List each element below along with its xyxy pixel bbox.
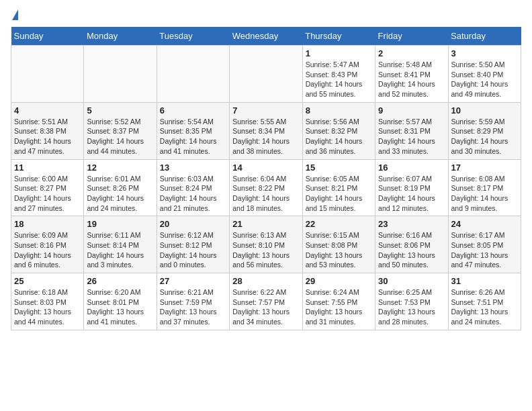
day-info: Sunrise: 6:16 AMSunset: 8:06 PMDaylight:… xyxy=(378,230,445,270)
day-number: 11 xyxy=(14,163,81,173)
day-info: Sunrise: 6:18 AMSunset: 8:03 PMDaylight:… xyxy=(14,287,81,327)
calendar-cell: 17Sunrise: 6:08 AMSunset: 8:17 PMDayligh… xyxy=(448,159,521,216)
day-info: Sunrise: 6:05 AMSunset: 8:21 PMDaylight:… xyxy=(306,174,372,214)
day-info: Sunrise: 5:55 AMSunset: 8:34 PMDaylight:… xyxy=(232,117,299,156)
column-header-tuesday: Tuesday xyxy=(157,27,229,46)
day-number: 19 xyxy=(87,219,153,229)
calendar-cell: 22Sunrise: 6:15 AMSunset: 8:08 PMDayligh… xyxy=(302,216,375,273)
column-header-thursday: Thursday xyxy=(302,27,375,46)
calendar-cell: 21Sunrise: 6:13 AMSunset: 8:10 PMDayligh… xyxy=(230,216,302,273)
day-info: Sunrise: 5:59 AMSunset: 8:29 PMDaylight:… xyxy=(451,117,518,156)
day-info: Sunrise: 5:54 AMSunset: 8:35 PMDaylight:… xyxy=(160,117,226,156)
calendar-cell: 30Sunrise: 6:25 AMSunset: 7:53 PMDayligh… xyxy=(375,273,448,330)
day-info: Sunrise: 5:52 AMSunset: 8:37 PMDaylight:… xyxy=(87,117,153,156)
calendar-cell: 31Sunrise: 6:26 AMSunset: 7:51 PMDayligh… xyxy=(448,273,521,330)
calendar-cell: 13Sunrise: 6:03 AMSunset: 8:24 PMDayligh… xyxy=(157,159,229,216)
calendar-cell: 5Sunrise: 5:52 AMSunset: 8:37 PMDaylight… xyxy=(84,102,157,159)
day-number: 27 xyxy=(160,276,226,286)
calendar-cell xyxy=(230,46,302,103)
calendar-cell xyxy=(11,46,84,103)
column-header-wednesday: Wednesday xyxy=(230,27,302,46)
day-info: Sunrise: 6:12 AMSunset: 8:12 PMDaylight:… xyxy=(160,230,226,270)
calendar-cell xyxy=(84,46,157,103)
day-number: 21 xyxy=(232,219,299,229)
day-info: Sunrise: 6:17 AMSunset: 8:05 PMDaylight:… xyxy=(451,230,518,270)
day-number: 17 xyxy=(451,163,518,173)
calendar-week-row: 25Sunrise: 6:18 AMSunset: 8:03 PMDayligh… xyxy=(11,273,521,330)
day-info: Sunrise: 5:56 AMSunset: 8:32 PMDaylight:… xyxy=(306,117,372,156)
day-info: Sunrise: 6:04 AMSunset: 8:22 PMDaylight:… xyxy=(232,174,299,214)
calendar-week-row: 1Sunrise: 5:47 AMSunset: 8:43 PMDaylight… xyxy=(11,46,521,103)
day-number: 16 xyxy=(378,163,445,173)
day-info: Sunrise: 6:22 AMSunset: 7:57 PMDaylight:… xyxy=(232,287,299,327)
calendar: SundayMondayTuesdayWednesdayThursdayFrid… xyxy=(11,27,521,330)
day-number: 8 xyxy=(306,105,372,116)
calendar-cell: 2Sunrise: 5:48 AMSunset: 8:41 PMDaylight… xyxy=(375,46,448,103)
calendar-cell: 14Sunrise: 6:04 AMSunset: 8:22 PMDayligh… xyxy=(230,159,302,216)
day-number: 26 xyxy=(87,276,153,286)
day-info: Sunrise: 6:03 AMSunset: 8:24 PMDaylight:… xyxy=(160,174,226,214)
day-number: 5 xyxy=(87,105,153,116)
day-info: Sunrise: 6:01 AMSunset: 8:26 PMDaylight:… xyxy=(87,174,153,214)
day-number: 3 xyxy=(451,48,518,58)
calendar-cell: 20Sunrise: 6:12 AMSunset: 8:12 PMDayligh… xyxy=(157,216,229,273)
calendar-cell: 18Sunrise: 6:09 AMSunset: 8:16 PMDayligh… xyxy=(11,216,84,273)
calendar-cell: 8Sunrise: 5:56 AMSunset: 8:32 PMDaylight… xyxy=(302,102,375,159)
calendar-cell: 27Sunrise: 6:21 AMSunset: 7:59 PMDayligh… xyxy=(157,273,229,330)
calendar-cell: 25Sunrise: 6:18 AMSunset: 8:03 PMDayligh… xyxy=(11,273,84,330)
day-number: 15 xyxy=(306,163,372,173)
calendar-cell: 7Sunrise: 5:55 AMSunset: 8:34 PMDaylight… xyxy=(230,102,302,159)
day-info: Sunrise: 5:47 AMSunset: 8:43 PMDaylight:… xyxy=(306,60,372,99)
day-number: 14 xyxy=(232,163,299,173)
column-header-friday: Friday xyxy=(375,27,448,46)
day-info: Sunrise: 6:09 AMSunset: 8:16 PMDaylight:… xyxy=(14,230,81,270)
calendar-cell xyxy=(157,46,229,103)
logo-triangle-icon xyxy=(12,9,18,20)
calendar-cell: 24Sunrise: 6:17 AMSunset: 8:05 PMDayligh… xyxy=(448,216,521,273)
calendar-cell: 23Sunrise: 6:16 AMSunset: 8:06 PMDayligh… xyxy=(375,216,448,273)
day-info: Sunrise: 6:08 AMSunset: 8:17 PMDaylight:… xyxy=(451,174,518,214)
day-number: 1 xyxy=(306,48,372,58)
day-number: 6 xyxy=(160,105,226,116)
calendar-cell: 28Sunrise: 6:22 AMSunset: 7:57 PMDayligh… xyxy=(230,273,302,330)
day-number: 2 xyxy=(378,48,445,58)
calendar-cell: 1Sunrise: 5:47 AMSunset: 8:43 PMDaylight… xyxy=(302,46,375,103)
calendar-cell: 6Sunrise: 5:54 AMSunset: 8:35 PMDaylight… xyxy=(157,102,229,159)
day-info: Sunrise: 5:57 AMSunset: 8:31 PMDaylight:… xyxy=(378,117,445,156)
calendar-cell: 12Sunrise: 6:01 AMSunset: 8:26 PMDayligh… xyxy=(84,159,157,216)
day-info: Sunrise: 6:20 AMSunset: 8:01 PMDaylight:… xyxy=(87,287,153,327)
day-number: 20 xyxy=(160,219,226,229)
column-header-saturday: Saturday xyxy=(448,27,521,46)
calendar-week-row: 4Sunrise: 5:51 AMSunset: 8:38 PMDaylight… xyxy=(11,102,521,159)
day-number: 30 xyxy=(378,276,445,286)
column-header-sunday: Sunday xyxy=(11,27,84,46)
calendar-week-row: 18Sunrise: 6:09 AMSunset: 8:16 PMDayligh… xyxy=(11,216,521,273)
day-number: 4 xyxy=(14,105,81,116)
day-info: Sunrise: 6:07 AMSunset: 8:19 PMDaylight:… xyxy=(378,174,445,214)
day-number: 12 xyxy=(87,163,153,173)
day-info: Sunrise: 6:26 AMSunset: 7:51 PMDaylight:… xyxy=(451,287,518,327)
calendar-cell: 29Sunrise: 6:24 AMSunset: 7:55 PMDayligh… xyxy=(302,273,375,330)
column-header-monday: Monday xyxy=(84,27,157,46)
calendar-header-row: SundayMondayTuesdayWednesdayThursdayFrid… xyxy=(11,27,521,46)
calendar-cell: 15Sunrise: 6:05 AMSunset: 8:21 PMDayligh… xyxy=(302,159,375,216)
calendar-cell: 3Sunrise: 5:50 AMSunset: 8:40 PMDaylight… xyxy=(448,46,521,103)
logo xyxy=(11,11,18,21)
day-number: 23 xyxy=(378,219,445,229)
day-info: Sunrise: 6:15 AMSunset: 8:08 PMDaylight:… xyxy=(306,230,372,270)
calendar-cell: 10Sunrise: 5:59 AMSunset: 8:29 PMDayligh… xyxy=(448,102,521,159)
calendar-cell: 4Sunrise: 5:51 AMSunset: 8:38 PMDaylight… xyxy=(11,102,84,159)
calendar-cell: 9Sunrise: 5:57 AMSunset: 8:31 PMDaylight… xyxy=(375,102,448,159)
day-number: 10 xyxy=(451,105,518,116)
day-info: Sunrise: 5:48 AMSunset: 8:41 PMDaylight:… xyxy=(378,60,445,99)
day-number: 25 xyxy=(14,276,81,286)
day-info: Sunrise: 6:21 AMSunset: 7:59 PMDaylight:… xyxy=(160,287,226,327)
day-info: Sunrise: 6:11 AMSunset: 8:14 PMDaylight:… xyxy=(87,230,153,270)
calendar-cell: 11Sunrise: 6:00 AMSunset: 8:27 PMDayligh… xyxy=(11,159,84,216)
day-number: 24 xyxy=(451,219,518,229)
day-info: Sunrise: 6:25 AMSunset: 7:53 PMDaylight:… xyxy=(378,287,445,327)
day-number: 29 xyxy=(306,276,372,286)
day-number: 22 xyxy=(306,219,372,229)
day-info: Sunrise: 5:50 AMSunset: 8:40 PMDaylight:… xyxy=(451,60,518,99)
calendar-cell: 19Sunrise: 6:11 AMSunset: 8:14 PMDayligh… xyxy=(84,216,157,273)
